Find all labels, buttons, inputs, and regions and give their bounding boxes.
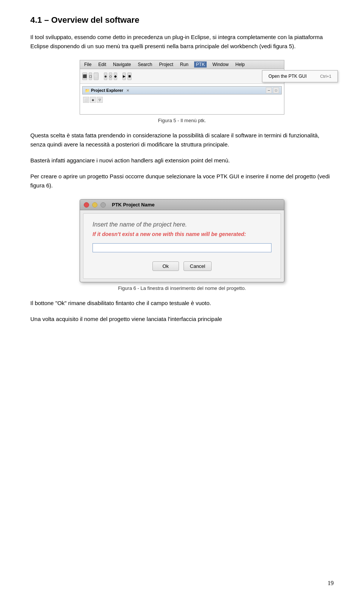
ptk-shortcut: Ctrl+1 [320,74,331,79]
intro-paragraph: Il tool sviluppato, essendo come detto i… [30,33,334,51]
toolbar-btn-3[interactable]: ⬜ [94,72,99,80]
dialog-body: Insert the name of the project here. If … [83,213,281,279]
figure5-caption: Figura 5 - Il menù ptk. [30,118,334,123]
body-p4: Il bottone "Ok" rimane disabilitato fint… [30,299,334,308]
menu-help[interactable]: Help [234,61,246,68]
panel-toolbar-btn-2[interactable]: ◈ [90,97,96,103]
panel-toolbar: ⬜ ◈ ▽ [82,96,282,104]
dialog-minimize-button[interactable] [92,202,97,208]
panel-maximize-btn[interactable]: □ [273,87,279,93]
panel-minimize-btn[interactable]: ─ [266,87,272,93]
dialog-maximize-button[interactable] [100,202,106,208]
dialog-cancel-button[interactable]: Cancel [184,261,212,271]
toolbar-btn-5[interactable]: ◇ [109,72,112,80]
body-p5: Una volta acquisito il nome del progetto… [30,315,334,324]
dialog-ok-button[interactable]: Ok [152,261,179,271]
page-number: 19 [328,580,334,587]
menu-file[interactable]: File [83,61,93,68]
menu-search[interactable]: Search [136,61,153,68]
ptk-popup-item[interactable]: Open the PTK GUI Ctrl+1 [262,72,337,80]
body-p2: Basterà infatti agganciare i nuovi actio… [30,156,334,165]
eclipse-menubar: File Edit Navigate Search Project Run PT… [80,60,284,69]
section-title: 4.1 – Overview del software [30,15,334,25]
toolbar-btn-7[interactable]: ▶ [122,72,126,80]
menu-edit[interactable]: Edit [97,61,107,68]
dialog-close-button[interactable] [84,202,89,208]
toolbar-btn-2[interactable]: ◻ [89,72,92,80]
toolbar-btn-6[interactable]: ◆ [114,72,117,80]
panel-toolbar-btn-1[interactable]: ⬜ [83,97,89,103]
panel-toolbar-btn-3[interactable]: ▽ [97,97,103,103]
menu-navigate[interactable]: Navigate [112,61,132,68]
menu-window[interactable]: Window [211,61,230,68]
figure6-caption: Figura 6 - La finestra di inserimento de… [30,285,334,291]
project-explorer-close[interactable]: ✕ [126,88,129,93]
project-name-input[interactable] [93,243,271,252]
dialog-sub-text: If it doesn't exist a new one with this … [93,231,271,237]
body-p3: Per creare o aprire un progetto Passi oc… [30,172,334,190]
project-explorer-panel-title: 📁 Project Explorer ✕ ─ □ [82,86,282,94]
toolbar-btn-4[interactable]: ◈ [104,72,107,80]
project-explorer-label: Project Explorer [91,88,123,93]
toolbar-btn-8[interactable]: ⏹ [127,72,132,80]
figure5-screenshot: File Edit Navigate Search Project Run PT… [80,60,284,115]
figure6-dialog: PTK Project Name Insert the name of the … [80,199,284,282]
eclipse-toolbar: ⬛ ◻ ⬜ ◈ ◇ ◆ ▶ ⏹ Open the PTK GUI Ctrl+1 [80,69,284,84]
dialog-title: PTK Project Name [112,202,155,208]
ptk-open-gui-label: Open the PTK GUI [268,74,307,79]
toolbar-btn-1[interactable]: ⬛ [82,72,87,80]
menu-ptk[interactable]: PTK [194,61,207,68]
dialog-button-row: Ok Cancel [93,261,271,271]
menu-project[interactable]: Project [158,61,174,68]
eclipse-content-area: 📁 Project Explorer ✕ ─ □ ⬜ ◈ ▽ [80,84,284,114]
dialog-main-text: Insert the name of the project here. [93,221,271,228]
ptk-popup: Open the PTK GUI Ctrl+1 [262,70,338,82]
project-explorer-icon: 📁 [85,88,89,93]
dialog-titlebar: PTK Project Name [80,200,284,210]
body-p1: Questa scelta è stata fatta prendendo in… [30,131,334,149]
menu-run[interactable]: Run [179,61,190,68]
